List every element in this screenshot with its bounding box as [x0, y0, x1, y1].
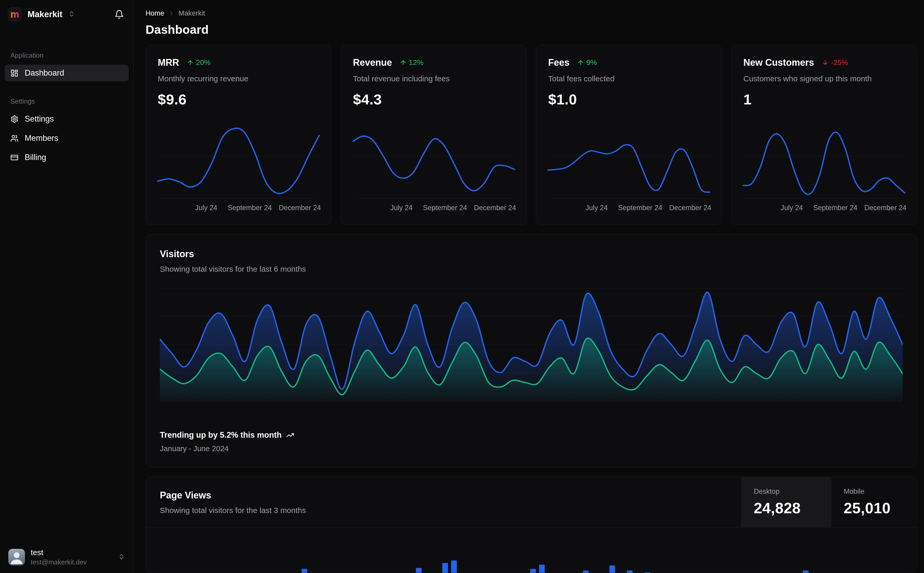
visitors-subtitle: Showing total visitors for the last 6 mo…: [160, 265, 903, 274]
stat-card-new-customers: New Customers -25% Customers who signed …: [731, 45, 917, 225]
makerkit-logo: m: [8, 7, 22, 21]
arrow-down-icon: [822, 59, 828, 66]
toggle-label: Desktop: [754, 488, 780, 496]
breadcrumb: Home Makerkit: [146, 9, 917, 17]
fees-sparkline-chart: [548, 121, 709, 199]
new-customers-sparkline-chart: [744, 121, 905, 199]
stat-card-fees: Fees 9% Total fees collected $1.0 July 2…: [536, 45, 722, 225]
page-views-subtitle: Showing total visitors for the last 3 mo…: [160, 506, 727, 515]
sidebar-item-billing[interactable]: Billing: [5, 149, 129, 166]
section-label-application: Application: [5, 52, 129, 59]
avatar: [8, 549, 25, 565]
page-views-toggle-group: Desktop 24,828 Mobile 25,010: [741, 477, 917, 527]
stat-value: $4.3: [353, 91, 515, 108]
sidebar-item-members[interactable]: Members: [5, 130, 129, 147]
stat-value: $9.6: [158, 91, 319, 108]
arrow-up-icon: [577, 59, 584, 66]
toggle-label: Mobile: [844, 488, 864, 496]
users-icon: [10, 134, 19, 142]
toggle-value: 24,828: [754, 499, 800, 517]
stat-subtitle: Total revenue including fees: [353, 74, 515, 83]
toggle-value: 25,010: [844, 499, 891, 517]
trend-badge: 20%: [187, 58, 210, 67]
stat-subtitle: Monthly recurring revenue: [158, 74, 319, 83]
sidebar: m Makerkit Application Dashboard: [0, 0, 133, 573]
visitors-title: Visitors: [160, 249, 903, 260]
page-views-card: Page Views Showing total visitors for th…: [146, 477, 917, 573]
arrow-up-icon: [187, 59, 194, 66]
app-root: m Makerkit Application Dashboard: [0, 0, 924, 573]
visitors-trend-line: Trending up by 5.2% this month: [160, 431, 903, 440]
sidebar-item-label: Dashboard: [25, 68, 64, 78]
trending-up-icon: [286, 431, 294, 439]
workspace-switcher[interactable]: m Makerkit: [0, 0, 133, 27]
stat-card-mrr: MRR 20% Monthly recurring revenue $9.6 J…: [146, 45, 331, 225]
toggle-desktop[interactable]: Desktop 24,828: [741, 477, 831, 527]
sidebar-nav: Application Dashboard Settings Settings: [0, 27, 133, 168]
stat-title: MRR: [158, 57, 179, 68]
visitors-area-chart: [160, 288, 903, 401]
trend-badge: -25%: [822, 58, 848, 67]
breadcrumb-home-link[interactable]: Home: [146, 9, 164, 17]
arrow-up-icon: [400, 59, 406, 66]
sidebar-item-dashboard[interactable]: Dashboard: [5, 65, 129, 81]
mrr-sparkline-chart: [158, 121, 319, 199]
chevron-right-icon: [168, 10, 174, 16]
workspace-name: Makerkit: [28, 9, 63, 19]
stat-value: $1.0: [548, 91, 709, 108]
visitors-date-range: January - June 2024: [160, 445, 903, 453]
sparkline-x-axis: July 24September 24December 24: [744, 204, 905, 213]
stat-card-revenue: Revenue 12% Total revenue including fees…: [341, 45, 527, 225]
stat-subtitle: Customers who signed up this month: [744, 74, 905, 83]
page-views-title: Page Views: [160, 490, 727, 501]
trend-badge: 9%: [577, 58, 597, 67]
main-content: Home Makerkit Dashboard MRR 20% Monthly …: [133, 0, 924, 573]
stat-title: Fees: [548, 57, 569, 68]
gridline: [160, 401, 903, 402]
sidebar-item-label: Members: [25, 133, 58, 143]
sparkline-x-axis: July 24September 24December 24: [353, 204, 515, 213]
stat-value: 1: [744, 91, 905, 108]
section-label-settings: Settings: [5, 97, 129, 105]
user-email: test@makerkit.dev: [31, 558, 87, 566]
sidebar-item-label: Billing: [25, 153, 46, 162]
sidebar-item-label: Settings: [25, 114, 54, 124]
stat-title: Revenue: [353, 57, 392, 68]
stat-cards-row: MRR 20% Monthly recurring revenue $9.6 J…: [146, 45, 917, 225]
toggle-mobile[interactable]: Mobile 25,010: [831, 477, 917, 527]
breadcrumb-current: Makerkit: [179, 9, 205, 17]
notifications-button[interactable]: [113, 8, 126, 21]
chevrons-up-down-icon: [118, 553, 125, 561]
stat-title: New Customers: [744, 57, 814, 68]
trend-badge: 12%: [400, 58, 424, 67]
visitors-card: Visitors Showing total visitors for the …: [146, 234, 917, 467]
stat-subtitle: Total fees collected: [548, 74, 709, 83]
bell-icon: [115, 9, 124, 19]
sidebar-item-settings[interactable]: Settings: [5, 111, 129, 127]
dashboard-icon: [10, 69, 19, 77]
chevrons-up-down-icon: [68, 10, 75, 19]
revenue-sparkline-chart: [353, 121, 515, 199]
user-menu[interactable]: test test@makerkit.dev: [0, 541, 133, 573]
page-views-bar-chart: [159, 537, 907, 573]
gear-icon: [10, 115, 19, 123]
user-name: test: [31, 548, 87, 557]
sparkline-x-axis: July 24September 24December 24: [158, 204, 319, 213]
sparkline-x-axis: July 24September 24December 24: [548, 204, 709, 213]
page-title: Dashboard: [146, 23, 917, 37]
credit-card-icon: [10, 153, 19, 161]
